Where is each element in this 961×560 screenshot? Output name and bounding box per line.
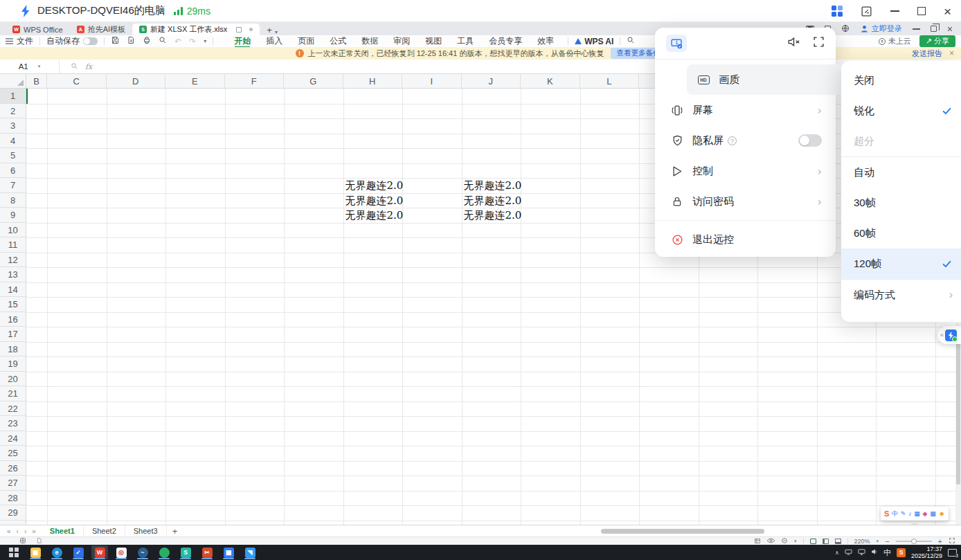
privacy-screen-toggle[interactable] — [798, 134, 822, 147]
undo-icon[interactable]: ↶ — [174, 37, 181, 46]
tray-ime-indicator[interactable]: 中 — [883, 548, 891, 558]
print-icon[interactable] — [143, 36, 151, 46]
tray-vpn-icon[interactable] — [845, 549, 852, 557]
column-header-G[interactable]: G — [284, 74, 343, 89]
taskbar-app-edge[interactable]: e — [48, 545, 65, 559]
prev-sheet-icon[interactable]: ‹ — [17, 527, 19, 535]
ribbon-tab-9[interactable]: 效率 — [530, 35, 562, 47]
row-header-4[interactable]: 4 — [0, 134, 26, 149]
taskbar-app-lenovo-app[interactable]: ◎ — [113, 545, 129, 559]
sheet-tab-sheet1[interactable]: Sheet1 — [42, 525, 84, 536]
view-page-icon[interactable] — [823, 539, 829, 544]
ribbon-tab-5[interactable]: 审阅 — [386, 35, 417, 47]
menu-item-privacy-screen[interactable]: 隐私屏 ? — [661, 125, 830, 156]
row-header-9[interactable]: 9 — [0, 208, 26, 223]
row-header-16[interactable]: 16 — [0, 312, 26, 327]
row-header-23[interactable]: 23 — [0, 416, 26, 431]
row-header-22[interactable]: 22 — [0, 401, 26, 417]
apps-grid-icon[interactable] — [832, 6, 843, 17]
row-header-6[interactable]: 6 — [0, 163, 26, 179]
taskbar-app-browser-app[interactable]: ◥ — [242, 545, 258, 559]
row-header-12[interactable]: 12 — [0, 253, 26, 268]
menu-item-quality[interactable]: HD 画质 › — [687, 64, 856, 95]
zoom-level[interactable]: 220% — [854, 538, 870, 545]
output-icon[interactable] — [127, 36, 135, 46]
taskbar-app-wps[interactable]: W — [91, 545, 108, 559]
taskbar-app-screenshot-app[interactable]: ✂ — [199, 545, 215, 559]
row-header-15[interactable]: 15 — [0, 297, 26, 312]
wps-ai-button[interactable]: WPS AI — [575, 37, 613, 46]
ime-toolbar[interactable]: S 中 ✎ ♪ ▦ ◆ ▩ ☻ — [881, 507, 949, 521]
submenu-item-120fps[interactable]: 120帧 — [841, 249, 961, 279]
tray-display-icon[interactable] — [858, 549, 865, 557]
ribbon-tab-3[interactable]: 公式 — [322, 35, 354, 47]
wps-ai-side-pill[interactable]: « — [937, 326, 961, 344]
wps-minimize-icon[interactable] — [913, 28, 920, 30]
column-header-D[interactable]: D — [107, 74, 166, 89]
sheet-tab-sheet3[interactable]: Sheet3 — [125, 525, 167, 536]
login-link[interactable]: 立即登录 — [860, 24, 902, 34]
fx-icon[interactable]: fx — [85, 62, 92, 71]
column-header-H[interactable]: H — [343, 74, 403, 89]
table-tools-icon[interactable] — [754, 538, 761, 545]
ribbon-tab-6[interactable]: 视图 — [417, 35, 449, 47]
row-header-24[interactable]: 24 — [0, 431, 26, 446]
tray-volume-icon[interactable] — [871, 548, 878, 557]
zoom-caret-icon[interactable]: ▾ — [877, 539, 879, 544]
notice-close-icon[interactable]: × — [949, 48, 954, 58]
minimize-icon[interactable] — [890, 10, 899, 12]
row-header-17[interactable]: 17 — [0, 327, 26, 342]
column-header-I[interactable]: I — [402, 74, 462, 89]
tray-expand-icon[interactable]: ∧ — [835, 550, 839, 556]
row-header-29[interactable]: 29 — [0, 505, 26, 521]
vertical-scrollbar[interactable] — [955, 323, 961, 525]
taskbar-app-wechat[interactable] — [156, 545, 172, 559]
last-sheet-icon[interactable]: » — [32, 527, 36, 535]
row-header-8[interactable]: 8 — [0, 193, 26, 208]
column-header-F[interactable]: F — [225, 74, 285, 89]
tab-wps-office[interactable]: W WPS Office — [6, 24, 70, 35]
name-box[interactable]: A1 ▾ — [0, 60, 60, 74]
ribbon-tab-7[interactable]: 工具 — [449, 35, 481, 47]
taskbar-app-tiles-app[interactable]: ▦ — [220, 545, 237, 559]
ribbon-tab-1[interactable]: 插入 — [258, 35, 290, 47]
device-connected-icon[interactable]: 1 — [666, 35, 687, 52]
select-all-corner[interactable] — [0, 74, 26, 89]
fullscreen-icon[interactable] — [813, 36, 825, 51]
row-header-18[interactable]: 18 — [0, 342, 26, 357]
add-sheet-button[interactable]: + — [172, 526, 178, 536]
taskbar-app-start[interactable] — [6, 545, 22, 559]
ime-toolbar-handle[interactable] — [911, 522, 918, 525]
column-header-B[interactable]: B — [26, 74, 47, 89]
column-header-C[interactable]: C — [47, 74, 107, 89]
first-sheet-icon[interactable]: « — [7, 527, 11, 535]
next-sheet-icon[interactable]: › — [24, 527, 26, 535]
column-header-L[interactable]: L — [580, 74, 640, 89]
row-header-1[interactable]: 1 — [0, 89, 26, 104]
send-report-link[interactable]: 发送报告 — [912, 48, 942, 59]
quickbar-caret-icon[interactable]: ▾ — [204, 38, 206, 44]
sogou-tray-icon[interactable]: S — [897, 548, 906, 557]
search-icon[interactable] — [627, 36, 635, 46]
row-header-5[interactable]: 5 — [0, 148, 26, 163]
row-header-14[interactable]: 14 — [0, 282, 26, 298]
row-header-3[interactable]: 3 — [0, 118, 26, 134]
formula-search-icon[interactable] — [71, 60, 78, 73]
tab-ai-template[interactable]: A 抢先AI模板 — [70, 24, 132, 35]
row-header-2[interactable]: 2 — [0, 104, 26, 119]
menu-item-access-password[interactable]: 访问密码 › — [661, 186, 830, 217]
new-tab-button[interactable]: + — [267, 25, 272, 35]
row-header-10[interactable]: 10 — [0, 223, 26, 238]
help-icon[interactable]: ? — [728, 136, 737, 145]
tray-clock[interactable]: 17:37 2025/12/29 — [911, 545, 942, 559]
row-header-21[interactable]: 21 — [0, 386, 26, 401]
zoom-slider[interactable] — [896, 541, 932, 542]
eye-icon[interactable] — [767, 538, 775, 545]
maximize-icon[interactable] — [917, 7, 926, 15]
column-header-K[interactable]: K — [521, 74, 580, 89]
ribbon-tab-4[interactable]: 数据 — [354, 35, 386, 47]
redo-icon[interactable]: ↷ — [189, 37, 196, 46]
find-icon[interactable] — [159, 36, 167, 46]
ribbon-tab-2[interactable]: 页面 — [290, 35, 322, 47]
submenu-item-60fps[interactable]: 60帧 — [841, 218, 961, 249]
